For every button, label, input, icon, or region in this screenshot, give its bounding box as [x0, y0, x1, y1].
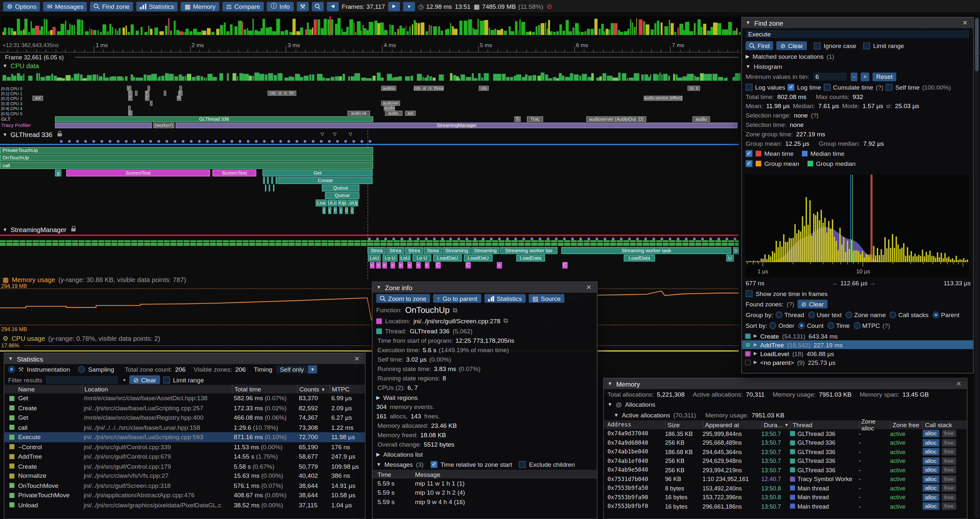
bin-reset-button[interactable]: Reset	[872, 72, 896, 81]
sampling-radio[interactable]	[78, 366, 85, 373]
found-zone-group[interactable]: ▶ AddTree(18,542)227.19 ms	[742, 340, 974, 349]
timeline-zone[interactable]	[267, 177, 269, 184]
allocation-row[interactable]: 0x7553b9fa50 8 bytes 153,492,240ns 13:50…	[604, 484, 967, 493]
timeline-zone[interactable]: Queue	[322, 185, 360, 192]
allocation-row[interactable]: 0x74ab9e5040 256 KB 293,994,219ns 13:50.…	[604, 465, 967, 474]
timeline-zone[interactable]: c	[370, 262, 374, 268]
timeline-zone[interactable]: aut	[32, 96, 43, 101]
timeline-zone[interactable]: audio	[383, 106, 395, 111]
close-icon[interactable]: ✕	[961, 19, 969, 26]
timeline-zone[interactable]: C	[466, 262, 471, 268]
timeline-zone[interactable]: Trac	[527, 116, 543, 122]
log-values-checkbox[interactable]	[746, 83, 752, 90]
mean-lines-checkbox[interactable]	[746, 150, 752, 157]
group-by-option[interactable]: Thread	[776, 311, 804, 318]
tools-button[interactable]: ⚒	[297, 2, 309, 11]
timeline-zone[interactable]: E	[145, 96, 149, 101]
timeline-zone[interactable]: audio.service (effect)	[644, 96, 682, 101]
active-allocations-toggle[interactable]: ▼Active allocations(70,311) Memory usage…	[604, 410, 967, 420]
timeline-zone[interactable]: c	[383, 262, 387, 268]
find-zone-button[interactable]: Find zone	[90, 2, 133, 11]
free-callstack-button[interactable]: free	[942, 430, 956, 438]
histogram-toggle[interactable]: ▼Histogram	[742, 61, 973, 72]
close-icon[interactable]: ✕	[584, 284, 593, 291]
free-callstack-button[interactable]: free	[942, 466, 956, 474]
timeline-zone[interactable]: PrivateTouchUp	[0, 147, 373, 154]
limit-range-checkbox[interactable]	[863, 42, 870, 49]
filter-input[interactable]	[45, 375, 119, 384]
wait-regions-toggle[interactable]: ▶Wait regions	[372, 392, 597, 402]
timeline-zone[interactable]: (	[339, 207, 343, 214]
statistics-row[interactable]: Normalize jni/../jni/src/claw/vfs/Vfs.cp…	[4, 471, 365, 481]
timeline-zone[interactable]: Create	[278, 177, 372, 184]
allocation-row[interactable]: 0x74a9d68040 256 KB 295,668,489ns 13:50.…	[604, 438, 967, 447]
timeline-zone[interactable]	[263, 177, 265, 184]
timeline-zone[interactable]: mi_ti	[687, 86, 700, 91]
message-marker-icon[interactable]: ▽	[321, 132, 324, 137]
copy-icon[interactable]: ⧉	[453, 306, 457, 313]
timeline-zone[interactable]: cds_ol_rx_thr	[267, 91, 296, 96]
group-by-option[interactable]: Zone name	[845, 311, 886, 318]
found-zone-group[interactable]: ▶ <no parent>(9)225.73 µs	[742, 358, 974, 366]
jump-frame-button[interactable]: ▼	[403, 2, 415, 11]
found-zone-group[interactable]: ▶ Create(54,131)643.34 ms	[742, 331, 974, 340]
close-icon[interactable]: ✕	[353, 355, 361, 362]
allocation-row[interactable]: 0x7553b9fa90 16 bytes 153,722,396ns 13:5…	[604, 493, 967, 502]
zoom-to-zone-button[interactable]: Zoom to zone	[376, 294, 430, 303]
timeline-zone[interactable]	[135, 91, 137, 96]
timing-select[interactable]: Self only▼	[275, 365, 318, 374]
relative-time-checkbox[interactable]	[430, 461, 437, 468]
timeline-zone[interactable]	[276, 177, 278, 184]
timeline-zone[interactable]: audio.	[385, 111, 402, 115]
alloc-callstack-button[interactable]: alloc	[923, 457, 939, 465]
statistics-row[interactable]: Execute jni/../jni/src/claw/base/LuaScri…	[4, 432, 365, 442]
next-frame-button[interactable]: ▶	[388, 2, 400, 11]
statistics-row[interactable]: call jni/../jni/../../../src/claw/base/L…	[4, 423, 365, 432]
sort-by-option[interactable]: MTPC	[854, 322, 880, 329]
limit-range-checkbox[interactable]	[163, 376, 170, 383]
timeline-zone[interactable]: E	[128, 111, 132, 115]
timeline-zone[interactable]: c	[391, 262, 395, 268]
statistics-row[interactable]: AddTree jni/../jni/src/guif/Control.cpp:…	[4, 452, 365, 462]
statistics-row[interactable]: Create jni/../jni/src/claw/base/LuaScrip…	[4, 403, 365, 413]
timeline-zone[interactable]: ScreenText	[66, 169, 210, 176]
timeline-zone[interactable]: c	[127, 86, 131, 91]
copy-icon[interactable]: ⧉	[504, 317, 508, 324]
timeline-zone[interactable]	[150, 101, 153, 105]
alloc-callstack-button[interactable]: alloc	[923, 475, 939, 483]
sort-by-option[interactable]: Time	[827, 322, 850, 329]
free-callstack-button[interactable]: free	[942, 457, 956, 465]
free-callstack-button[interactable]: free	[942, 484, 956, 492]
ignore-case-checkbox[interactable]	[814, 42, 821, 49]
find-zone-input[interactable]	[745, 30, 970, 39]
timeline-zone[interactable]: audioserver (AudioOut_D)	[586, 116, 646, 122]
exclude-children-checkbox[interactable]	[519, 461, 526, 468]
source-button[interactable]: ▤Source	[528, 294, 564, 303]
timeline-zone[interactable]: R	[177, 96, 181, 101]
zone-time-histogram[interactable]: 1 µs 10 µs	[746, 175, 969, 277]
timeline-zone[interactable]: call	[0, 162, 373, 169]
timeline-zone[interactable]: g	[55, 169, 61, 176]
timeline-zone[interactable]: LoadData	[624, 254, 655, 261]
message-row[interactable]: 5.59 smip 11 w 1 h 1 (1)	[372, 478, 597, 488]
allocations-list-toggle[interactable]: ▶Allocations list	[372, 449, 597, 459]
timeline-zone[interactable]: Lo U	[383, 254, 398, 261]
timeline-zone[interactable]: LoU	[368, 254, 381, 261]
timeline-zone[interactable]: C	[563, 262, 568, 268]
free-callstack-button[interactable]: free	[942, 448, 956, 455]
timeline-zone[interactable]	[265, 185, 266, 192]
bin-decrease-button[interactable]: -	[851, 72, 858, 81]
timeline-zone[interactable]: iUp	[337, 200, 347, 206]
timeline-zone[interactable]	[55, 123, 152, 128]
message-row[interactable]: 5.59 smip 9 w 4 h 4 (16)	[372, 497, 597, 507]
statistics-row[interactable]: ~Control jni/../jni/src/guif/Control.cpp…	[4, 442, 365, 452]
timeline-zone[interactable]: Ti	[514, 116, 520, 122]
timeline-zone[interactable]: Strea	[368, 247, 386, 254]
timeline-zone[interactable]: c	[425, 262, 430, 268]
message-row[interactable]: 5.59 smip 10 w 2 h 2 (4)	[372, 488, 597, 497]
log-time-checkbox[interactable]	[788, 83, 794, 90]
sort-by-option[interactable]: Count	[798, 322, 823, 329]
alloc-callstack-button[interactable]: alloc	[923, 484, 939, 492]
timeline-zone[interactable]: c	[399, 262, 403, 268]
alloc-callstack-button[interactable]: alloc	[923, 503, 939, 510]
